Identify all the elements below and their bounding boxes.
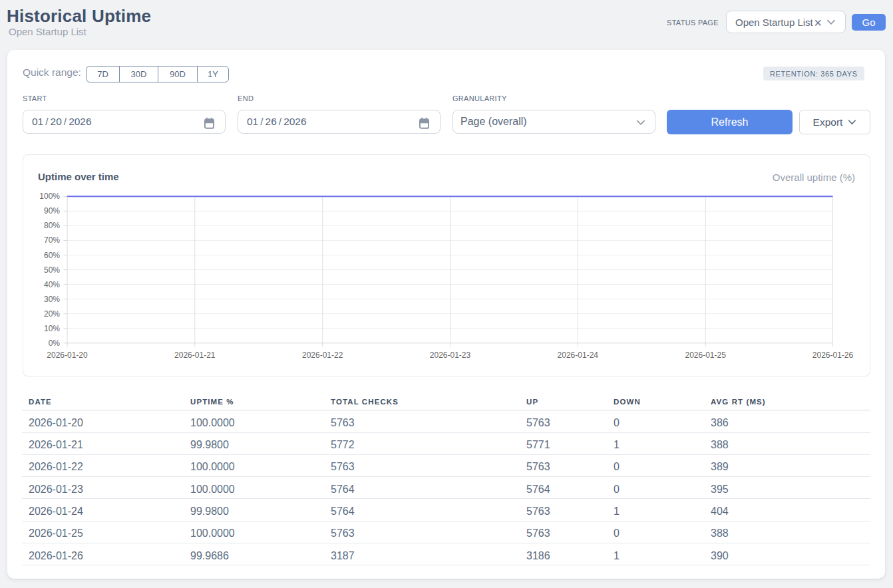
svg-text:10%: 10% (44, 323, 60, 333)
svg-text:2026-01-24: 2026-01-24 (558, 350, 599, 359)
svg-text:80%: 80% (44, 221, 60, 230)
svg-text:2026-01-22: 2026-01-22 (302, 350, 343, 359)
svg-text:2026-01-26: 2026-01-26 (812, 350, 854, 359)
svg-text:0%: 0% (49, 338, 61, 347)
svg-text:20%: 20% (44, 309, 60, 318)
svg-text:2026-01-21: 2026-01-21 (174, 350, 216, 359)
svg-text:60%: 60% (44, 250, 60, 259)
svg-text:50%: 50% (44, 265, 60, 274)
svg-text:100%: 100% (39, 192, 60, 201)
svg-text:2026-01-23: 2026-01-23 (430, 350, 471, 359)
svg-text:2026-01-25: 2026-01-25 (685, 350, 727, 359)
svg-text:70%: 70% (44, 235, 60, 245)
svg-text:2026-01-20: 2026-01-20 (47, 350, 88, 359)
svg-text:40%: 40% (44, 279, 60, 289)
svg-text:30%: 30% (44, 294, 60, 303)
svg-text:90%: 90% (44, 206, 60, 216)
